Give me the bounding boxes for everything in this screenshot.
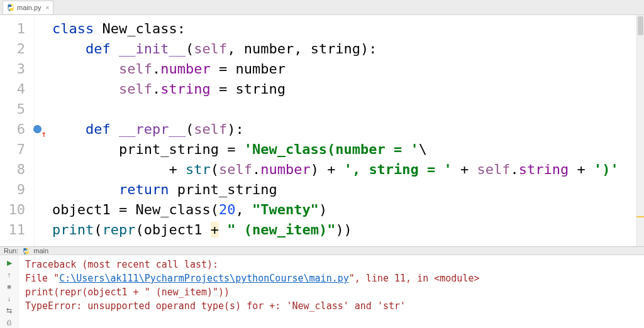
code-line: self.number = number xyxy=(52,59,636,79)
python-file-icon xyxy=(7,4,14,11)
traceback-line: File "C:\Users\ak111\PycharmProjects\pyt… xyxy=(25,271,638,285)
traceback-line: print(repr(object1 + " (new_item)")) xyxy=(25,285,638,299)
code-line: def __init__(self, number, string): xyxy=(52,39,636,59)
code-line: return print_string xyxy=(52,180,636,200)
scroll-up-button[interactable]: ↑ xyxy=(4,270,14,280)
stop-button[interactable]: ■ xyxy=(4,282,14,292)
run-panel: Run: main ▶ ↑ ■ ↓ ⇆ ⎙ 🗑 Traceback (most … xyxy=(0,246,644,328)
scroll-down-button[interactable]: ↓ xyxy=(4,293,14,303)
print-button[interactable]: ⎙ xyxy=(4,317,14,327)
code-line: def __repr__(self): xyxy=(52,119,636,139)
gutter: 1 2 3 4 5 6↑ 7 8 9 10 11 xyxy=(0,15,35,246)
run-config-name[interactable]: main xyxy=(33,247,48,254)
code-line: print_string = 'New_class(number = '\ xyxy=(52,139,636,160)
line-number[interactable]: 2 xyxy=(0,39,34,59)
code-line: class New_class: xyxy=(52,19,636,39)
traceback-file-link[interactable]: C:\Users\ak111\PycharmProjects\pythonCou… xyxy=(59,273,349,284)
soft-wrap-button[interactable]: ⇆ xyxy=(4,305,14,315)
close-icon[interactable]: × xyxy=(46,4,50,11)
run-body: ▶ ↑ ■ ↓ ⇆ ⎙ 🗑 Traceback (most recent cal… xyxy=(0,255,644,328)
override-arrow-icon: ↑ xyxy=(42,124,47,144)
breakpoint-marker[interactable] xyxy=(33,125,42,133)
rerun-button[interactable]: ▶ xyxy=(4,258,14,268)
editor-tab-bar: main.py × xyxy=(0,0,644,15)
code-area[interactable]: class New_class: def __init__(self, numb… xyxy=(35,15,636,246)
line-number[interactable]: 4 xyxy=(0,79,34,99)
line-number[interactable]: 11 xyxy=(0,220,34,240)
line-number[interactable]: 3 xyxy=(0,59,34,79)
console-output[interactable]: Traceback (most recent call last): File … xyxy=(19,255,644,328)
line-number[interactable]: 7 xyxy=(0,139,34,160)
run-toolbar: ▶ ↑ ■ ↓ ⇆ ⎙ 🗑 xyxy=(0,255,19,328)
line-number[interactable]: 8 xyxy=(0,160,34,180)
run-label: Run: xyxy=(4,247,18,254)
file-tab[interactable]: main.py × xyxy=(3,1,53,14)
code-line: self.string = string xyxy=(52,79,636,99)
code-line: + str(self.number) + ', string = ' + sel… xyxy=(52,160,636,180)
code-line: print(repr(object1 + " (new_item)")) xyxy=(52,220,636,240)
line-number[interactable]: 10 xyxy=(0,200,34,220)
run-panel-header: Run: main xyxy=(0,247,644,255)
code-line xyxy=(52,99,636,119)
traceback-line: Traceback (most recent call last): xyxy=(25,258,638,271)
warning-mark[interactable] xyxy=(636,216,644,217)
file-tab-label: main.py xyxy=(17,4,42,11)
line-number[interactable]: 9 xyxy=(0,180,34,200)
traceback-line: TypeError: unsupported operand type(s) f… xyxy=(25,299,638,313)
editor-scrollbar[interactable] xyxy=(636,15,644,246)
python-file-icon xyxy=(22,247,30,254)
line-number[interactable]: 5 xyxy=(0,99,34,119)
line-number[interactable]: 1 xyxy=(0,19,34,39)
code-line: object1 = New_class(20, "Twenty") xyxy=(52,200,636,220)
scrollbar-thumb[interactable] xyxy=(638,16,643,35)
code-editor: 1 2 3 4 5 6↑ 7 8 9 10 11 class New_class… xyxy=(0,15,644,246)
line-number[interactable]: 6↑ xyxy=(0,119,34,139)
